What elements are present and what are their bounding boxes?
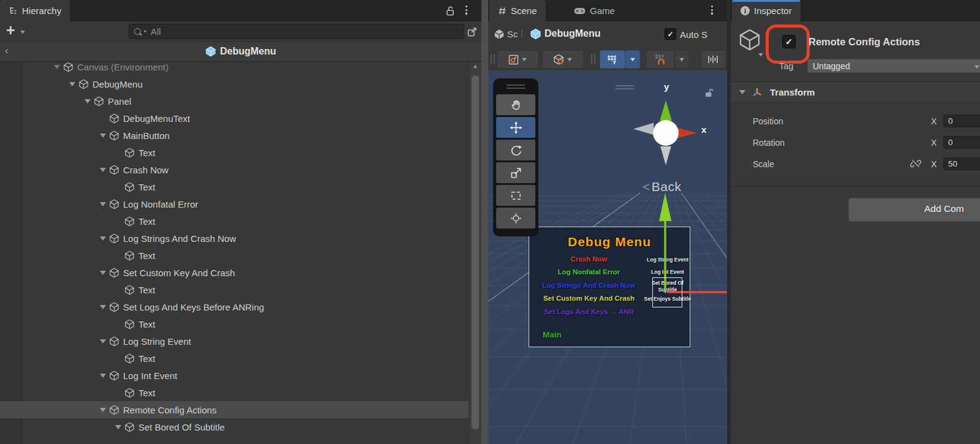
scene-menu-kebab-icon[interactable] [711, 6, 713, 15]
gameobject-cube-icon [109, 405, 119, 415]
increment-snap-ruler-button[interactable] [701, 50, 726, 69]
foldout-arrow-icon[interactable] [85, 99, 91, 103]
hierarchy-tree-row[interactable]: MainButton [0, 127, 481, 144]
gizmo-overlay-grip[interactable] [616, 83, 634, 91]
search-filter-arrow-icon[interactable] [144, 31, 147, 33]
scene-picker-icon[interactable] [467, 26, 478, 37]
create-dropdown-arrow-icon[interactable] [20, 31, 25, 34]
rotation-x-axis-label: X [931, 138, 937, 148]
add-component-button[interactable]: Add Com [848, 198, 980, 222]
hierarchy-tree-row[interactable]: Panel [0, 92, 481, 110]
pivot-dropdown-arrow-icon[interactable] [522, 58, 527, 61]
foldout-arrow-icon[interactable] [100, 339, 106, 344]
hierarchy-tree-row[interactable]: Crash Now [0, 161, 481, 178]
foldout-arrow-icon[interactable] [100, 134, 106, 138]
hierarchy-tree-row[interactable]: Set Logs And Keys Before ANRing [0, 298, 481, 315]
local-global-dropdown-arrow-icon[interactable] [567, 58, 572, 61]
gameobject-icon-dropdown-arrow[interactable] [758, 53, 763, 57]
transform-foldout-arrow-icon[interactable] [739, 90, 745, 94]
toolbar-grip[interactable] [491, 54, 495, 64]
tab-scene[interactable]: Scene [489, 0, 546, 21]
snap-dropdown-button[interactable] [674, 50, 689, 69]
tools-overlay-grip[interactable] [507, 83, 525, 91]
gameobject-cube-icon [109, 268, 119, 278]
hierarchy-tree-row[interactable]: Log Int Event [0, 367, 481, 384]
foldout-arrow-icon[interactable] [69, 82, 75, 86]
prefab-crumb-title[interactable]: DebugMenu [545, 28, 601, 39]
grid-visibility-button[interactable]: Y [600, 50, 625, 69]
tool-handle-rotation-button[interactable] [542, 50, 584, 69]
foldout-arrow-icon[interactable] [100, 374, 106, 378]
tree-item-label: Text [138, 353, 156, 364]
move-tool-button[interactable] [496, 117, 535, 138]
hierarchy-search-field[interactable]: All [129, 24, 464, 39]
rect-tool-button[interactable] [496, 185, 535, 206]
prefab-cube-icon [205, 46, 216, 57]
rotation-x-field[interactable]: 0 [943, 136, 980, 149]
foldout-arrow-icon[interactable] [100, 202, 106, 206]
hierarchy-tree-row[interactable]: Text [0, 384, 481, 401]
transform-icon [752, 87, 763, 98]
hierarchy-tree-row[interactable]: Remote Config Actions [0, 401, 481, 418]
hierarchy-tree-row[interactable]: DebugMenu [0, 75, 481, 92]
foldout-arrow-icon[interactable] [100, 271, 106, 275]
rotate-tool-button[interactable] [496, 140, 535, 160]
toolbar-grip-2[interactable] [591, 54, 595, 64]
hierarchy-scrollbar[interactable]: ▲ [469, 62, 481, 444]
tab-hierarchy[interactable]: Hierarchy [0, 0, 70, 21]
gizmo-x-axis-label[interactable]: x [701, 124, 706, 135]
lock-icon[interactable] [445, 6, 456, 16]
grid-dropdown-button[interactable] [625, 50, 640, 69]
hierarchy-tree-row[interactable]: Text [0, 144, 481, 161]
position-x-field[interactable]: 0 [943, 115, 980, 127]
scale-tool-button[interactable] [496, 162, 535, 183]
hierarchy-tree-row[interactable]: Text [0, 213, 481, 230]
hierarchy-tree-row[interactable]: Text [0, 315, 481, 333]
gameobject-name[interactable]: Remote Config Actions [809, 36, 920, 48]
scale-x-field[interactable]: 50 [943, 157, 980, 170]
hierarchy-tree-row[interactable]: Log Strings And Crash Now [0, 230, 481, 247]
foldout-arrow-icon[interactable] [100, 408, 106, 412]
create-add-button[interactable]: + [6, 21, 15, 39]
panel-splitter-left[interactable] [481, 0, 488, 444]
gameobject-cube-icon [124, 319, 135, 329]
gameobject-cube-icon [124, 148, 135, 158]
scrollbar-up-arrow-icon[interactable]: ▲ [469, 63, 481, 69]
hierarchy-tree-row[interactable]: Set Custom Key And Crash [0, 264, 481, 281]
search-placeholder: All [151, 26, 161, 37]
foldout-arrow-icon[interactable] [100, 236, 106, 241]
hierarchy-tree-row[interactable]: Log Nonfatal Error [0, 195, 481, 213]
tag-dropdown[interactable]: Untagged [807, 59, 980, 73]
transform-component-header[interactable]: Transform [731, 82, 980, 103]
transform-tool-button[interactable] [496, 208, 535, 228]
orientation-gizmo[interactable] [632, 99, 699, 167]
auto-save-checkbox[interactable]: ✓ [665, 28, 676, 40]
hierarchy-tree-row[interactable]: Log String Event [0, 333, 481, 350]
view-hand-tool-button[interactable] [496, 94, 535, 115]
tool-handle-position-button[interactable] [497, 50, 538, 69]
snap-increment-button[interactable] [646, 50, 674, 69]
scale-link-off-icon[interactable] [910, 158, 921, 169]
gameobject-icon[interactable] [738, 28, 761, 51]
gizmo-y-axis-label[interactable]: y [664, 81, 669, 92]
hierarchy-tree-row[interactable]: Set Bored Of Subtitle [0, 418, 481, 435]
gameobject-cube-icon [109, 130, 119, 141]
tab-game[interactable]: Game [565, 0, 624, 21]
foldout-arrow-icon[interactable] [115, 425, 121, 429]
hierarchy-tree-row[interactable]: DebugMenuText [0, 110, 481, 127]
hierarchy-tree-row[interactable]: Text [0, 247, 481, 264]
foldout-arrow-icon[interactable] [100, 305, 106, 309]
foldout-arrow-icon[interactable] [54, 65, 60, 69]
hierarchy-tree-row[interactable]: Text [0, 178, 481, 195]
ui-selection-rect [652, 277, 682, 307]
scene-viewport[interactable]: Debug Menu Crash NowLog Nonfatal ErrorLo… [488, 70, 727, 444]
scrollbar-thumb[interactable] [472, 75, 479, 429]
hierarchy-tree-row[interactable]: Text [0, 350, 481, 367]
foldout-arrow-icon[interactable] [100, 168, 106, 172]
tab-inspector[interactable]: i Inspector [732, 0, 801, 21]
hierarchy-tree-row[interactable]: Text [0, 281, 481, 298]
scene-crumb-label[interactable]: Sc [507, 29, 518, 39]
hierarchy-menu-kebab-icon[interactable] [466, 6, 467, 15]
hierarchy-tree-row[interactable]: Canvas (Environment) [0, 62, 481, 75]
gizmo-lock-icon[interactable] [704, 88, 714, 98]
